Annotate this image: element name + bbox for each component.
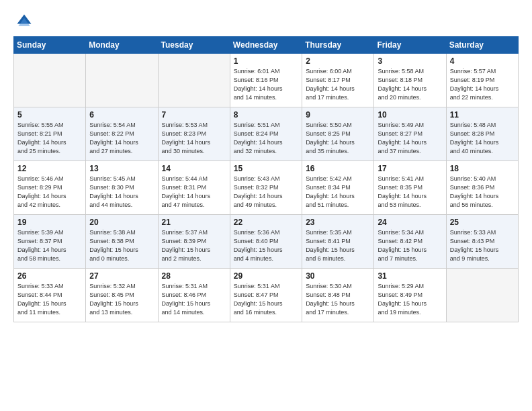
calendar-cell: [446, 269, 518, 322]
calendar-cell: 28Sunrise: 5:31 AM Sunset: 8:46 PM Dayli…: [158, 269, 230, 322]
day-header-wednesday: Wednesday: [230, 37, 302, 54]
day-info: Sunrise: 5:50 AM Sunset: 8:25 PM Dayligh…: [306, 121, 370, 156]
day-header-thursday: Thursday: [302, 37, 374, 54]
calendar-cell: 29Sunrise: 5:31 AM Sunset: 8:47 PM Dayli…: [230, 269, 302, 322]
calendar-header: SundayMondayTuesdayWednesdayThursdayFrid…: [14, 37, 519, 54]
day-info: Sunrise: 5:48 AM Sunset: 8:28 PM Dayligh…: [450, 121, 515, 156]
calendar-cell: 3Sunrise: 5:58 AM Sunset: 8:18 PM Daylig…: [374, 54, 446, 107]
calendar-week-row: 1Sunrise: 6:01 AM Sunset: 8:16 PM Daylig…: [14, 54, 519, 107]
day-number: 9: [306, 110, 370, 120]
calendar-cell: 24Sunrise: 5:34 AM Sunset: 8:42 PM Dayli…: [374, 215, 446, 269]
day-info: Sunrise: 5:31 AM Sunset: 8:47 PM Dayligh…: [234, 282, 298, 317]
calendar-cell: 4Sunrise: 5:57 AM Sunset: 8:19 PM Daylig…: [446, 54, 518, 107]
days-header-row: SundayMondayTuesdayWednesdayThursdayFrid…: [14, 37, 519, 54]
page: SundayMondayTuesdayWednesdayThursdayFrid…: [0, 0, 532, 411]
day-number: 13: [89, 164, 154, 173]
day-number: 7: [162, 110, 226, 120]
calendar-week-row: 5Sunrise: 5:55 AM Sunset: 8:21 PM Daylig…: [14, 107, 519, 161]
logo-icon: [15, 12, 34, 31]
day-number: 31: [378, 271, 442, 281]
day-number: 2: [306, 56, 370, 66]
day-info: Sunrise: 5:34 AM Sunset: 8:42 PM Dayligh…: [378, 228, 442, 263]
day-number: 27: [89, 271, 154, 281]
day-info: Sunrise: 5:38 AM Sunset: 8:38 PM Dayligh…: [89, 228, 154, 263]
day-info: Sunrise: 5:40 AM Sunset: 8:36 PM Dayligh…: [450, 175, 515, 210]
calendar-week-row: 12Sunrise: 5:46 AM Sunset: 8:29 PM Dayli…: [14, 161, 519, 215]
calendar-week-row: 19Sunrise: 5:39 AM Sunset: 8:37 PM Dayli…: [14, 215, 519, 269]
day-info: Sunrise: 5:30 AM Sunset: 8:48 PM Dayligh…: [306, 282, 370, 317]
day-number: 30: [306, 271, 370, 281]
calendar-cell: 11Sunrise: 5:48 AM Sunset: 8:28 PM Dayli…: [446, 107, 518, 161]
day-number: 4: [450, 56, 515, 66]
calendar-cell: 12Sunrise: 5:46 AM Sunset: 8:29 PM Dayli…: [14, 161, 86, 215]
day-info: Sunrise: 5:41 AM Sunset: 8:35 PM Dayligh…: [378, 175, 442, 210]
day-number: 17: [378, 164, 442, 173]
day-number: 22: [234, 218, 298, 227]
day-info: Sunrise: 6:00 AM Sunset: 8:17 PM Dayligh…: [306, 67, 370, 102]
day-number: 11: [450, 110, 515, 120]
day-info: Sunrise: 5:49 AM Sunset: 8:27 PM Dayligh…: [378, 121, 442, 156]
day-info: Sunrise: 5:32 AM Sunset: 8:45 PM Dayligh…: [89, 282, 154, 317]
day-info: Sunrise: 5:53 AM Sunset: 8:23 PM Dayligh…: [162, 121, 226, 156]
calendar-cell: 22Sunrise: 5:36 AM Sunset: 8:40 PM Dayli…: [230, 215, 302, 269]
day-number: 24: [378, 218, 442, 227]
calendar-cell: [158, 54, 230, 107]
calendar-cell: 23Sunrise: 5:35 AM Sunset: 8:41 PM Dayli…: [302, 215, 374, 269]
day-number: 29: [234, 271, 298, 281]
calendar-cell: 10Sunrise: 5:49 AM Sunset: 8:27 PM Dayli…: [374, 107, 446, 161]
day-number: 8: [234, 110, 298, 120]
calendar-cell: 13Sunrise: 5:45 AM Sunset: 8:30 PM Dayli…: [86, 161, 158, 215]
day-info: Sunrise: 5:39 AM Sunset: 8:37 PM Dayligh…: [17, 228, 82, 263]
day-info: Sunrise: 5:44 AM Sunset: 8:31 PM Dayligh…: [162, 175, 226, 210]
calendar-cell: 1Sunrise: 6:01 AM Sunset: 8:16 PM Daylig…: [230, 54, 302, 107]
day-info: Sunrise: 5:43 AM Sunset: 8:32 PM Dayligh…: [234, 175, 298, 210]
calendar-cell: 14Sunrise: 5:44 AM Sunset: 8:31 PM Dayli…: [158, 161, 230, 215]
calendar-cell: 2Sunrise: 6:00 AM Sunset: 8:17 PM Daylig…: [302, 54, 374, 107]
day-number: 12: [17, 164, 82, 173]
day-header-saturday: Saturday: [446, 37, 518, 54]
day-header-friday: Friday: [374, 37, 446, 54]
day-number: 19: [17, 218, 82, 227]
day-info: Sunrise: 5:29 AM Sunset: 8:49 PM Dayligh…: [378, 282, 442, 317]
day-info: Sunrise: 5:37 AM Sunset: 8:39 PM Dayligh…: [162, 228, 226, 263]
calendar-week-row: 26Sunrise: 5:33 AM Sunset: 8:44 PM Dayli…: [14, 269, 519, 322]
day-info: Sunrise: 5:42 AM Sunset: 8:34 PM Dayligh…: [306, 175, 370, 210]
calendar-cell: 21Sunrise: 5:37 AM Sunset: 8:39 PM Dayli…: [158, 215, 230, 269]
day-info: Sunrise: 5:54 AM Sunset: 8:22 PM Dayligh…: [89, 121, 154, 156]
day-number: 26: [17, 271, 82, 281]
calendar-cell: 6Sunrise: 5:54 AM Sunset: 8:22 PM Daylig…: [86, 107, 158, 161]
calendar-cell: 9Sunrise: 5:50 AM Sunset: 8:25 PM Daylig…: [302, 107, 374, 161]
day-number: 5: [17, 110, 82, 120]
calendar-cell: 17Sunrise: 5:41 AM Sunset: 8:35 PM Dayli…: [374, 161, 446, 215]
calendar-body: 1Sunrise: 6:01 AM Sunset: 8:16 PM Daylig…: [14, 54, 519, 322]
day-info: Sunrise: 5:33 AM Sunset: 8:43 PM Dayligh…: [450, 228, 515, 263]
day-header-sunday: Sunday: [14, 37, 86, 54]
day-number: 16: [306, 164, 370, 173]
day-info: Sunrise: 5:57 AM Sunset: 8:19 PM Dayligh…: [450, 67, 515, 102]
day-info: Sunrise: 5:36 AM Sunset: 8:40 PM Dayligh…: [234, 228, 298, 263]
logo: [13, 12, 34, 31]
day-info: Sunrise: 5:51 AM Sunset: 8:24 PM Dayligh…: [234, 121, 298, 156]
day-info: Sunrise: 5:55 AM Sunset: 8:21 PM Dayligh…: [17, 121, 82, 156]
calendar-cell: 8Sunrise: 5:51 AM Sunset: 8:24 PM Daylig…: [230, 107, 302, 161]
day-header-monday: Monday: [86, 37, 158, 54]
day-number: 28: [162, 271, 226, 281]
calendar-cell: [14, 54, 86, 107]
day-info: Sunrise: 5:46 AM Sunset: 8:29 PM Dayligh…: [17, 175, 82, 210]
day-number: 10: [378, 110, 442, 120]
calendar-cell: 19Sunrise: 5:39 AM Sunset: 8:37 PM Dayli…: [14, 215, 86, 269]
calendar-cell: 25Sunrise: 5:33 AM Sunset: 8:43 PM Dayli…: [446, 215, 518, 269]
calendar-cell: 20Sunrise: 5:38 AM Sunset: 8:38 PM Dayli…: [86, 215, 158, 269]
day-number: 1: [234, 56, 298, 66]
calendar-cell: 30Sunrise: 5:30 AM Sunset: 8:48 PM Dayli…: [302, 269, 374, 322]
calendar-table: SundayMondayTuesdayWednesdayThursdayFrid…: [13, 36, 519, 322]
calendar-cell: 15Sunrise: 5:43 AM Sunset: 8:32 PM Dayli…: [230, 161, 302, 215]
day-header-tuesday: Tuesday: [158, 37, 230, 54]
calendar-cell: 31Sunrise: 5:29 AM Sunset: 8:49 PM Dayli…: [374, 269, 446, 322]
calendar-cell: 7Sunrise: 5:53 AM Sunset: 8:23 PM Daylig…: [158, 107, 230, 161]
day-number: 3: [378, 56, 442, 66]
day-number: 15: [234, 164, 298, 173]
day-number: 6: [89, 110, 154, 120]
calendar-cell: 5Sunrise: 5:55 AM Sunset: 8:21 PM Daylig…: [14, 107, 86, 161]
day-info: Sunrise: 6:01 AM Sunset: 8:16 PM Dayligh…: [234, 67, 298, 102]
